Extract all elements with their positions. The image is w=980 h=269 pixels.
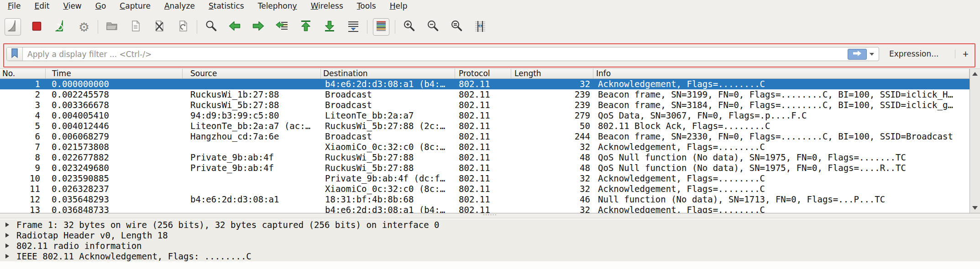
open-capture-file-button[interactable]	[104, 18, 120, 36]
go-to-packet-button[interactable]	[274, 18, 290, 36]
go-to-top-button[interactable]	[298, 18, 314, 36]
filter-bookmark-button[interactable]	[7, 47, 23, 61]
cell-info: Acknowledgement, Flags=........C	[593, 205, 970, 213]
expander-icon[interactable]	[5, 243, 9, 248]
auto-scroll-button[interactable]	[345, 18, 362, 36]
packet-row-3[interactable]: 30.003366678RuckusWi_5b:27:88Broadcast80…	[0, 100, 970, 110]
menu-file[interactable]: File	[1, 0, 27, 12]
cell-source: b4:e6:2d:d3:08:a1	[183, 194, 321, 205]
packet-row-7[interactable]: 70.021573808XiaomiCo_0c:32:c0 (8c:…802.1…	[0, 142, 970, 152]
zoom-out-button[interactable]	[424, 18, 441, 36]
column-header-source[interactable]: Source	[183, 69, 321, 78]
start-capture-button[interactable]	[5, 18, 21, 36]
close-capture-file-button[interactable]	[151, 18, 168, 36]
packet-row-6[interactable]: 60.006068279Hangzhou_cd:7a:6eBroadcast80…	[0, 131, 970, 142]
expression-button[interactable]: Expression...	[886, 47, 942, 61]
packet-row-10[interactable]: 100.023590885Private_9b:ab:4f (dc:f…802.…	[0, 173, 970, 184]
cell-info: Acknowledgement, Flags=........C	[593, 173, 970, 184]
stop-capture-button[interactable]	[28, 18, 45, 36]
column-header-length[interactable]: Length	[511, 69, 593, 78]
capture-options-button[interactable]: ⚙	[76, 18, 92, 36]
cell-info: Null function (No data), SN=1713, FN=0, …	[593, 194, 970, 205]
colorize-packets-button[interactable]	[373, 18, 389, 36]
cell-destination: Broadcast	[321, 131, 455, 142]
add-filter-button[interactable]: +	[959, 47, 973, 61]
toolbar-separator	[98, 20, 98, 34]
cell-time: 0.006068279	[46, 131, 183, 142]
go-back-button[interactable]	[226, 18, 243, 36]
menu-capture[interactable]: Capture	[113, 0, 157, 12]
packet-row-1[interactable]: 10.000000000b4:e6:2d:d3:08:a1 (b4:…802.1…	[0, 79, 970, 89]
reload-capture-file-button[interactable]	[175, 18, 191, 36]
filter-toolbar: Expression... +	[0, 42, 980, 68]
column-header-info[interactable]: Info	[593, 69, 970, 78]
zoom-in-button[interactable]	[401, 18, 417, 36]
column-header-no[interactable]: No.	[0, 69, 46, 78]
cell-length: 279	[511, 110, 593, 121]
display-filter-input[interactable]	[23, 47, 848, 61]
menu-view[interactable]: View	[56, 0, 88, 12]
menu-go[interactable]: Go	[89, 0, 113, 12]
zoom-reset-button[interactable]	[448, 18, 465, 36]
cell-destination: RuckusWi_5b:27:88	[321, 152, 455, 163]
packet-row-4[interactable]: 40.00400541094:d9:b3:99:c5:80LiteonTe_bb…	[0, 110, 970, 121]
packet-row-5[interactable]: 50.004012446LiteonTe_bb:2a:a7 (ac:…Rucku…	[0, 121, 970, 131]
packet-list-rows: 10.000000000b4:e6:2d:d3:08:a1 (b4:…802.1…	[0, 79, 970, 213]
zoom-out-icon	[426, 19, 440, 35]
menu-help[interactable]: Help	[383, 0, 414, 12]
apply-filter-button[interactable]	[848, 49, 867, 60]
restart-capture-button[interactable]	[52, 18, 68, 36]
expander-icon[interactable]	[5, 222, 9, 227]
go-back-icon	[228, 19, 241, 35]
cell-time: 0.023590885	[46, 173, 183, 184]
column-header-destination[interactable]: Destination	[321, 69, 455, 78]
expander-icon[interactable]	[5, 254, 9, 259]
cell-time: 0.004012446	[46, 121, 183, 131]
packet-row-11[interactable]: 110.026328237XiaomiCo_0c:32:c0 (8c:…802.…	[0, 184, 970, 194]
detail-row-2[interactable]: 802.11 radio information	[0, 240, 980, 251]
filter-dropdown-caret[interactable]	[870, 53, 874, 56]
cell-length: 46	[511, 194, 593, 205]
cell-destination: Private_9b:ab:4f (dc:f…	[321, 173, 455, 184]
packet-row-9[interactable]: 90.023249680Private_9b:ab:4fRuckusWi_5b:…	[0, 163, 970, 173]
save-capture-file-button[interactable]	[127, 18, 144, 36]
detail-row-3[interactable]: IEEE 802.11 Acknowledgement, Flags: ....…	[0, 251, 980, 261]
packet-row-12[interactable]: 120.035648293b4:e6:2d:d3:08:a118:31:bf:4…	[0, 194, 970, 205]
expander-icon[interactable]	[5, 233, 9, 238]
cell-source: 94:d9:b3:99:c5:80	[183, 110, 321, 121]
cell-source: RuckusWi_1b:27:88	[183, 89, 321, 100]
column-header-time[interactable]: Time	[46, 69, 183, 78]
menu-analyze[interactable]: Analyze	[157, 0, 202, 12]
menu-wireless[interactable]: Wireless	[304, 0, 350, 12]
scroll-up-arrow[interactable]	[970, 70, 980, 78]
colorize-packets-icon	[374, 19, 388, 35]
cell-protocol: 802.11	[455, 184, 511, 194]
menu-edit[interactable]: Edit	[27, 0, 56, 12]
packet-row-8[interactable]: 80.022677882Private_9b:ab:4fRuckusWi_5b:…	[0, 152, 970, 163]
detail-row-1[interactable]: Radiotap Header v0, Length 18	[0, 230, 980, 240]
detail-row-0[interactable]: Frame 1: 32 bytes on wire (256 bits), 32…	[0, 219, 980, 230]
resize-columns-button[interactable]	[472, 18, 488, 36]
cell-destination: XiaomiCo_0c:32:c0 (8c:…	[321, 142, 455, 152]
find-packet-button[interactable]	[203, 18, 219, 36]
packet-row-2[interactable]: 20.002245578RuckusWi_1b:27:88Broadcast80…	[0, 89, 970, 100]
toolbar-separator	[197, 20, 197, 34]
menu-statistics[interactable]: Statistics	[202, 0, 251, 12]
cell-destination: RuckusWi_5b:27:88 (2c:…	[321, 121, 455, 131]
go-to-bottom-button[interactable]	[321, 18, 338, 36]
scroll-down-arrow[interactable]	[970, 204, 980, 212]
pane-splitter[interactable]: ······	[0, 213, 980, 218]
cell-time: 0.003366678	[46, 100, 183, 110]
cell-info: Beacon frame, SN=3199, FN=0, Flags=.....…	[593, 89, 970, 100]
menu-telephony[interactable]: Telephony	[251, 0, 304, 12]
column-header-protocol[interactable]: Protocol	[455, 69, 511, 78]
stop-capture-icon	[30, 19, 43, 35]
cell-source: Private_9b:ab:4f	[183, 152, 321, 163]
vertical-scrollbar[interactable]	[970, 69, 980, 213]
cell-time: 0.004005410	[46, 110, 183, 121]
go-to-packet-icon	[275, 19, 289, 35]
cell-protocol: 802.11	[455, 100, 511, 110]
menu-tools[interactable]: Tools	[350, 0, 383, 12]
up-arrow-icon	[972, 72, 978, 76]
go-forward-button[interactable]	[250, 18, 267, 36]
